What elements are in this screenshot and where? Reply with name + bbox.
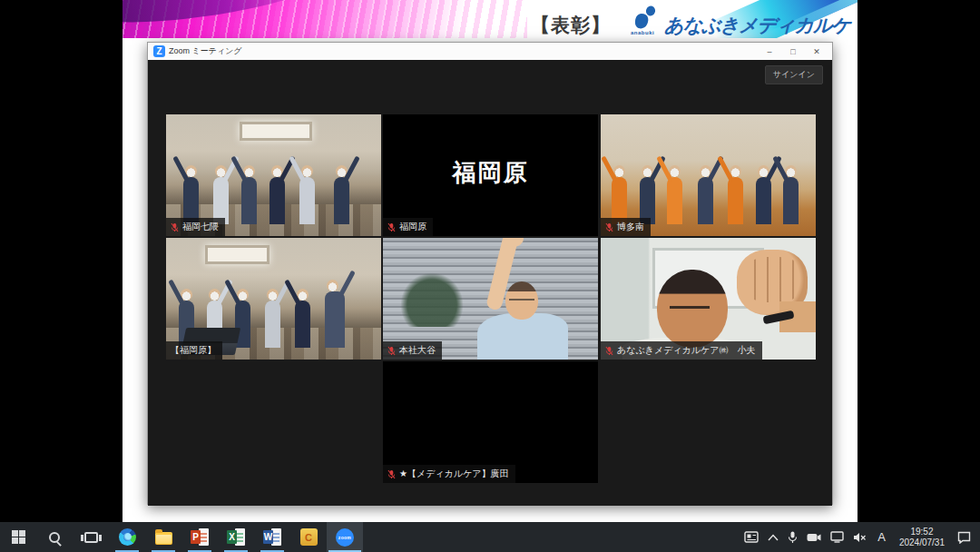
participant-name-label: 【福岡原】 [166,341,222,360]
video-tile-anabuki-obu[interactable]: あなぶきメディカルケア㈱ 小夫 [601,238,816,360]
taskbar-excel[interactable]: X [218,522,254,552]
zoom-app-icon: Z [153,45,165,57]
video-tile-fukuoka-hara-nameonly[interactable]: 福岡原 福岡原 [383,114,598,236]
display-icon[interactable] [826,522,848,552]
taskbar-word[interactable]: W [254,522,290,552]
action-center-button[interactable] [952,522,980,552]
mic-muted-icon [605,346,613,356]
tray-date: 2024/07/31 [899,537,945,548]
participant-name-label: 福岡原 [383,218,433,236]
display-name-text: 福岡原 [383,157,598,189]
video-tile-hakata-minami[interactable]: 博多南 [601,114,816,236]
video-tile-fukuoka-nanakuma[interactable]: 福岡七隈 [166,114,381,236]
search-button[interactable] [36,522,73,552]
tray-time: 19:52 [899,527,945,537]
mic-muted-icon [387,346,396,356]
hidden-icons-chevron[interactable] [763,522,783,552]
participant-name-label: 博多南 [601,218,651,236]
mic-muted-icon [171,222,179,232]
system-tray: A 19:52 2024/07/31 [740,522,980,552]
volume-muted-icon[interactable] [848,522,871,552]
video-tile-medicalcare-hirota[interactable]: ★【メディカルケア】廣田 [383,361,598,483]
maximize-button[interactable]: □ [781,44,805,59]
video-tile-honsha-otani[interactable]: 本社大谷 [383,238,598,360]
window-title: Zoom ミーティング [169,45,758,57]
zoom-titlebar[interactable]: Z Zoom ミーティング – □ ✕ [148,43,832,60]
zoom-meeting-content: サインイン 福岡七隈 福岡原 福岡原 [148,60,832,506]
file-explorer-icon [155,532,172,545]
windows-taskbar: P X W C zoom [0,522,980,552]
participant-name-label: 福岡七隈 [166,218,225,236]
tray-app-icon[interactable] [740,522,763,552]
taskbar-edge[interactable] [109,522,145,552]
close-button[interactable]: ✕ [805,44,828,59]
anabuki-logo-subtext: anabuki [631,30,654,35]
windows-logo-icon [12,530,25,544]
sign-in-button[interactable]: サインイン [765,65,823,84]
ime-indicator[interactable]: A [871,522,892,552]
zoom-window: Z Zoom ミーティング – □ ✕ サインイン 福岡七隈 [147,42,833,505]
task-view-icon [84,532,98,543]
anabuki-logo-text: あなぶきメディカルケア [664,13,858,38]
search-icon [49,532,60,543]
microphone-icon[interactable] [783,522,802,552]
edge-browser-icon [119,528,136,546]
taskbar-powerpoint[interactable]: P [181,522,218,552]
start-button[interactable] [0,522,36,552]
taskbar-clock[interactable]: 19:52 2024/07/31 [892,527,952,548]
participant-name-label: あなぶきメディカルケア㈱ 小夫 [601,341,762,360]
mic-muted-icon [605,222,613,232]
participant-name-label: ★【メディカルケア】廣田 [383,465,515,483]
powerpoint-icon: P [191,528,209,546]
participant-name-label: 本社大谷 [383,341,442,360]
camera-icon[interactable] [802,522,826,552]
video-tile-fukuoka-hara-active[interactable]: 【福岡原】 [166,238,381,360]
taskbar-file-explorer[interactable] [145,522,181,552]
task-view-button[interactable] [73,522,109,552]
custom-app-icon: C [300,528,318,546]
minimize-button[interactable]: – [758,44,781,59]
excel-icon: X [227,528,245,546]
mic-muted-icon [387,469,396,479]
anabuki-logo: あなぶきメディカルケア [632,5,858,38]
taskbar-custom-app[interactable]: C [290,522,327,552]
award-title: 【表彰】 [531,13,611,38]
zoom-taskbar-icon: zoom [336,528,354,547]
anabuki-logo-icon [632,5,660,33]
slide-banner: 【表彰】 あなぶきメディカルケア anabuki [122,0,858,38]
word-icon: W [263,528,281,546]
mic-muted-icon [387,222,396,232]
taskbar-zoom[interactable]: zoom [327,522,363,552]
